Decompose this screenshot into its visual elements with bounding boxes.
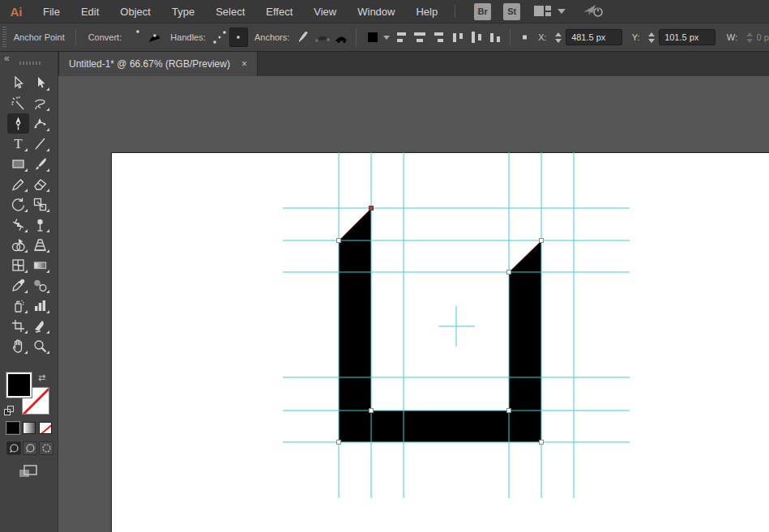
hide-handles-button[interactable]	[229, 28, 248, 47]
pen-tool[interactable]	[7, 113, 29, 134]
align-bottom-button[interactable]	[485, 28, 504, 47]
draw-normal-button[interactable]	[6, 441, 21, 455]
tools-panel-grip[interactable]	[19, 62, 41, 65]
width-tool[interactable]	[7, 215, 29, 235]
zoom-tool[interactable]	[29, 336, 51, 356]
shape-builder-tool[interactable]	[7, 235, 29, 255]
artwork-overlay	[58, 76, 769, 532]
puppet-warp-tool[interactable]	[29, 215, 51, 235]
selection-tool[interactable]	[7, 73, 29, 93]
reference-point-icon	[517, 29, 535, 45]
convert-to-smooth-button[interactable]	[145, 28, 164, 47]
scale-tool[interactable]	[29, 194, 51, 215]
canvas-area[interactable]	[58, 76, 769, 532]
draw-inside-button[interactable]	[39, 441, 53, 455]
connect-path-icon	[314, 29, 331, 45]
lasso-tool[interactable]	[29, 93, 51, 113]
apply-gradient-button[interactable]	[23, 422, 36, 434]
anchor-point[interactable]	[540, 440, 544, 445]
align-left-button[interactable]	[392, 28, 411, 47]
panel-grip-handle[interactable]	[2, 27, 7, 48]
align-center-horizontal-button[interactable]	[411, 28, 429, 47]
align-top-button[interactable]	[448, 28, 467, 47]
collapse-panel-icon[interactable]: «	[4, 53, 9, 64]
bridge-button[interactable]: Br	[474, 3, 491, 20]
w-stepper	[745, 32, 754, 43]
anchor-point[interactable]	[370, 409, 374, 413]
anchor-point[interactable]	[507, 270, 511, 275]
menu-window[interactable]: Window	[347, 0, 405, 23]
anchor-point[interactable]	[337, 239, 341, 243]
workspace-switcher[interactable]	[533, 5, 566, 18]
document-tab[interactable]: Untitled-1* @ 66.67% (RGB/Preview) ×	[58, 52, 258, 76]
align-middle-vertical-button[interactable]	[467, 28, 485, 47]
perspective-grid-tool[interactable]	[29, 235, 51, 255]
swap-fill-stroke-icon[interactable]: ⇄	[38, 372, 45, 383]
default-fill-stroke-icon[interactable]	[4, 406, 15, 416]
y-stepper[interactable]	[647, 32, 657, 43]
control-bar: Anchor Point Convert: Handles: Anchors:	[0, 23, 769, 52]
menu-select[interactable]: Select	[205, 0, 255, 23]
menu-edit[interactable]: Edit	[70, 0, 109, 23]
svg-text:T: T	[14, 136, 23, 151]
close-icon[interactable]: ×	[241, 58, 247, 70]
anchor-point[interactable]	[540, 239, 544, 243]
blend-tool[interactable]	[29, 275, 51, 296]
curvature-tool[interactable]	[29, 113, 51, 134]
x-stepper[interactable]	[554, 32, 564, 43]
artboard-tool[interactable]	[7, 316, 29, 336]
align-to-selection-dropdown[interactable]	[362, 28, 391, 47]
remove-anchor-button[interactable]	[294, 28, 313, 47]
paintbrush-tool[interactable]	[29, 154, 51, 174]
magic-wand-tool[interactable]	[7, 93, 29, 113]
apply-none-button[interactable]	[39, 422, 52, 434]
convert-to-corner-button[interactable]	[126, 28, 145, 47]
share-launch-icon	[582, 2, 605, 19]
anchor-point[interactable]	[507, 409, 511, 413]
reference-point-locator[interactable]	[516, 28, 535, 47]
rectangle-tool[interactable]	[7, 154, 29, 174]
direct-selection-tool[interactable]	[29, 73, 51, 93]
menu-object[interactable]: Object	[109, 0, 161, 23]
x-label: X:	[538, 32, 546, 42]
fill-swatch[interactable]	[6, 372, 32, 398]
eyedropper-tool[interactable]	[7, 275, 29, 296]
x-field[interactable]: 481.5 px	[566, 29, 622, 45]
menu-view[interactable]: View	[303, 0, 347, 23]
draw-behind-button[interactable]	[23, 441, 37, 455]
menu-type[interactable]: Type	[161, 0, 205, 23]
eraser-tool[interactable]	[29, 174, 51, 194]
separator	[356, 28, 357, 46]
connect-path-button[interactable]	[313, 28, 331, 47]
rotate-tool[interactable]	[7, 194, 29, 215]
symbol-sprayer-tool[interactable]	[7, 296, 29, 316]
y-field[interactable]: 101.5 px	[659, 29, 716, 45]
apply-color-button[interactable]	[6, 422, 19, 434]
menu-separator	[455, 5, 455, 18]
line-segment-tool[interactable]	[29, 134, 51, 154]
tool-grid: T	[7, 73, 51, 356]
menu-effect[interactable]: Effect	[255, 0, 303, 23]
hide-handles-icon	[230, 29, 246, 45]
type-tool[interactable]: T	[7, 134, 29, 154]
mesh-tool[interactable]	[7, 255, 29, 275]
stock-button[interactable]: St	[503, 3, 520, 20]
align-right-button[interactable]	[429, 28, 448, 47]
slice-tool[interactable]	[29, 316, 51, 336]
show-handles-button[interactable]	[211, 28, 229, 47]
menu-file[interactable]: File	[32, 0, 70, 23]
anchor-point-selected[interactable]	[370, 206, 374, 211]
pencil-tool[interactable]	[7, 174, 29, 194]
gradient-tool[interactable]	[29, 255, 51, 275]
pen-path-shape[interactable]	[339, 208, 541, 442]
cut-path-button[interactable]	[331, 28, 350, 47]
hand-tool[interactable]	[7, 336, 29, 356]
anchor-point[interactable]	[337, 440, 341, 445]
menu-help[interactable]: Help	[405, 0, 448, 23]
share-launch-button[interactable]	[582, 2, 605, 21]
convert-corner-icon	[128, 29, 144, 45]
column-graph-tool[interactable]	[29, 296, 51, 316]
separator	[510, 28, 511, 46]
screen-mode-button[interactable]	[18, 463, 39, 483]
anchors-label: Anchors:	[254, 32, 289, 42]
